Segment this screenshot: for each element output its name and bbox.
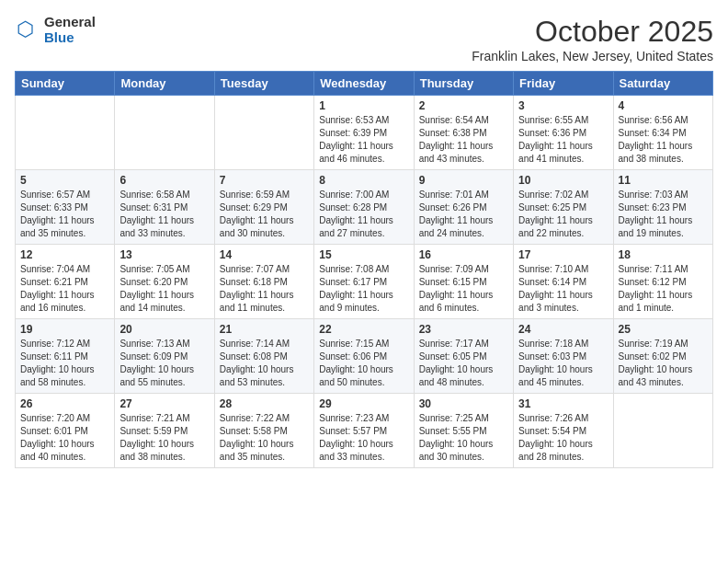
day-content: Sunrise: 7:19 AM Sunset: 6:02 PM Dayligh… — [619, 338, 708, 389]
day-number: 2 — [419, 99, 508, 112]
day-number: 13 — [119, 248, 209, 261]
day-content: Sunrise: 7:22 AM Sunset: 5:58 PM Dayligh… — [220, 412, 309, 464]
calendar: SundayMondayTuesdayWednesdayThursdayFrid… — [15, 71, 713, 468]
day-content: Sunrise: 7:07 AM Sunset: 6:18 PM Dayligh… — [220, 263, 309, 315]
calendar-cell: 25Sunrise: 7:19 AM Sunset: 6:02 PM Dayli… — [613, 319, 712, 394]
weekday-header: Tuesday — [214, 72, 313, 96]
calendar-cell: 13Sunrise: 7:05 AM Sunset: 6:20 PM Dayli… — [115, 245, 214, 319]
calendar-cell: 16Sunrise: 7:09 AM Sunset: 6:15 PM Dayli… — [414, 245, 513, 319]
day-content: Sunrise: 7:01 AM Sunset: 6:26 PM Dayligh… — [419, 189, 508, 240]
day-number: 27 — [119, 397, 209, 410]
calendar-cell: 19Sunrise: 7:12 AM Sunset: 6:11 PM Dayli… — [16, 319, 115, 394]
calendar-cell: 1Sunrise: 6:53 AM Sunset: 6:39 PM Daylig… — [314, 96, 414, 170]
svg-text:⬡: ⬡ — [17, 17, 34, 40]
day-content: Sunrise: 6:59 AM Sunset: 6:29 PM Dayligh… — [220, 189, 309, 240]
calendar-cell: 18Sunrise: 7:11 AM Sunset: 6:12 PM Dayli… — [613, 245, 712, 319]
day-number: 31 — [518, 397, 608, 410]
day-content: Sunrise: 7:13 AM Sunset: 6:09 PM Dayligh… — [119, 338, 209, 389]
day-content: Sunrise: 7:05 AM Sunset: 6:20 PM Dayligh… — [119, 263, 209, 315]
day-number: 12 — [20, 248, 109, 261]
calendar-cell: 24Sunrise: 7:18 AM Sunset: 6:03 PM Dayli… — [514, 319, 613, 394]
day-number: 21 — [220, 323, 309, 336]
day-content: Sunrise: 7:18 AM Sunset: 6:03 PM Dayligh… — [518, 338, 608, 389]
day-number: 16 — [419, 248, 508, 261]
day-number: 20 — [119, 323, 209, 336]
page-header: ⬡ General Blue October 2025 Franklin Lak… — [15, 15, 713, 63]
day-number: 11 — [619, 174, 708, 187]
day-content: Sunrise: 6:53 AM Sunset: 6:39 PM Dayligh… — [319, 114, 408, 166]
weekday-header: Wednesday — [314, 72, 414, 96]
calendar-cell: 27Sunrise: 7:21 AM Sunset: 5:59 PM Dayli… — [115, 394, 214, 468]
calendar-cell: 8Sunrise: 7:00 AM Sunset: 6:28 PM Daylig… — [314, 170, 414, 245]
calendar-cell: 20Sunrise: 7:13 AM Sunset: 6:09 PM Dayli… — [115, 319, 214, 394]
calendar-cell: 10Sunrise: 7:02 AM Sunset: 6:25 PM Dayli… — [514, 170, 613, 245]
calendar-cell: 22Sunrise: 7:15 AM Sunset: 6:06 PM Dayli… — [314, 319, 414, 394]
day-content: Sunrise: 7:11 AM Sunset: 6:12 PM Dayligh… — [619, 263, 708, 315]
calendar-cell — [214, 96, 313, 170]
day-number: 5 — [20, 174, 109, 187]
day-number: 15 — [319, 248, 408, 261]
day-content: Sunrise: 7:23 AM Sunset: 5:57 PM Dayligh… — [319, 412, 408, 464]
day-number: 19 — [20, 323, 109, 336]
day-number: 9 — [419, 174, 508, 187]
calendar-cell: 21Sunrise: 7:14 AM Sunset: 6:08 PM Dayli… — [214, 319, 313, 394]
calendar-cell: 28Sunrise: 7:22 AM Sunset: 5:58 PM Dayli… — [214, 394, 313, 468]
day-number: 18 — [619, 248, 708, 261]
day-number: 17 — [518, 248, 608, 261]
day-content: Sunrise: 6:55 AM Sunset: 6:36 PM Dayligh… — [518, 114, 608, 166]
calendar-cell: 7Sunrise: 6:59 AM Sunset: 6:29 PM Daylig… — [214, 170, 313, 245]
calendar-cell: 30Sunrise: 7:25 AM Sunset: 5:55 PM Dayli… — [414, 394, 513, 468]
calendar-cell: 3Sunrise: 6:55 AM Sunset: 6:36 PM Daylig… — [514, 96, 613, 170]
day-number: 10 — [518, 174, 608, 187]
calendar-cell: 12Sunrise: 7:04 AM Sunset: 6:21 PM Dayli… — [16, 245, 115, 319]
calendar-cell: 15Sunrise: 7:08 AM Sunset: 6:17 PM Dayli… — [314, 245, 414, 319]
month-title: October 2025 — [472, 15, 713, 49]
day-number: 22 — [319, 323, 408, 336]
day-number: 8 — [319, 174, 408, 187]
day-number: 25 — [619, 323, 708, 336]
calendar-cell: 9Sunrise: 7:01 AM Sunset: 6:26 PM Daylig… — [414, 170, 513, 245]
day-number: 26 — [20, 397, 109, 410]
calendar-cell: 14Sunrise: 7:07 AM Sunset: 6:18 PM Dayli… — [214, 245, 313, 319]
day-content: Sunrise: 7:14 AM Sunset: 6:08 PM Dayligh… — [220, 338, 309, 389]
title-block: October 2025 Franklin Lakes, New Jersey,… — [472, 15, 713, 63]
calendar-cell — [613, 394, 712, 468]
day-content: Sunrise: 7:09 AM Sunset: 6:15 PM Dayligh… — [419, 263, 508, 315]
calendar-week-row: 1Sunrise: 6:53 AM Sunset: 6:39 PM Daylig… — [16, 96, 713, 170]
weekday-header: Sunday — [16, 72, 115, 96]
day-content: Sunrise: 7:17 AM Sunset: 6:05 PM Dayligh… — [419, 338, 508, 389]
day-content: Sunrise: 7:08 AM Sunset: 6:17 PM Dayligh… — [319, 263, 408, 315]
calendar-week-row: 19Sunrise: 7:12 AM Sunset: 6:11 PM Dayli… — [16, 319, 713, 394]
logo-blue: Blue — [44, 30, 96, 46]
day-number: 4 — [619, 99, 708, 112]
calendar-cell: 4Sunrise: 6:56 AM Sunset: 6:34 PM Daylig… — [613, 96, 712, 170]
day-number: 3 — [518, 99, 608, 112]
day-content: Sunrise: 7:00 AM Sunset: 6:28 PM Dayligh… — [319, 189, 408, 240]
day-content: Sunrise: 7:25 AM Sunset: 5:55 PM Dayligh… — [419, 412, 508, 464]
day-number: 24 — [518, 323, 608, 336]
day-content: Sunrise: 6:54 AM Sunset: 6:38 PM Dayligh… — [419, 114, 508, 166]
calendar-cell: 6Sunrise: 6:58 AM Sunset: 6:31 PM Daylig… — [115, 170, 214, 245]
location: Franklin Lakes, New Jersey, United State… — [472, 49, 713, 63]
logo-icon: ⬡ — [15, 17, 40, 43]
calendar-week-row: 5Sunrise: 6:57 AM Sunset: 6:33 PM Daylig… — [16, 170, 713, 245]
weekday-header-row: SundayMondayTuesdayWednesdayThursdayFrid… — [16, 72, 713, 96]
day-content: Sunrise: 7:03 AM Sunset: 6:23 PM Dayligh… — [619, 189, 708, 240]
calendar-cell — [16, 96, 115, 170]
calendar-week-row: 12Sunrise: 7:04 AM Sunset: 6:21 PM Dayli… — [16, 245, 713, 319]
day-number: 7 — [220, 174, 309, 187]
day-content: Sunrise: 7:02 AM Sunset: 6:25 PM Dayligh… — [518, 189, 608, 240]
calendar-cell — [115, 96, 214, 170]
weekday-header: Saturday — [613, 72, 712, 96]
day-number: 23 — [419, 323, 508, 336]
day-number: 30 — [419, 397, 508, 410]
day-content: Sunrise: 6:58 AM Sunset: 6:31 PM Dayligh… — [119, 189, 209, 240]
calendar-cell: 23Sunrise: 7:17 AM Sunset: 6:05 PM Dayli… — [414, 319, 513, 394]
calendar-week-row: 26Sunrise: 7:20 AM Sunset: 6:01 PM Dayli… — [16, 394, 713, 468]
day-content: Sunrise: 7:21 AM Sunset: 5:59 PM Dayligh… — [119, 412, 209, 464]
day-number: 14 — [220, 248, 309, 261]
day-number: 1 — [319, 99, 408, 112]
logo-general: General — [44, 15, 96, 30]
day-content: Sunrise: 7:15 AM Sunset: 6:06 PM Dayligh… — [319, 338, 408, 389]
calendar-cell: 26Sunrise: 7:20 AM Sunset: 6:01 PM Dayli… — [16, 394, 115, 468]
